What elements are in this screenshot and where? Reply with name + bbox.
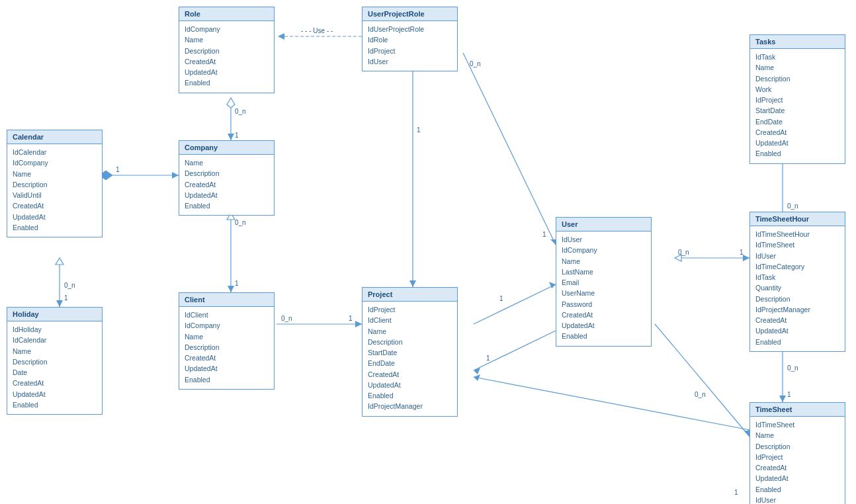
entity-timeSheetHour: TimeSheetHourIdTimeSheetHourIdTimeSheetI… [749,212,845,352]
entity-tasks-field-6: EndDate [755,116,839,127]
entity-holiday-field-6: UpdatedAt [13,389,97,399]
entity-project-title: Project [363,288,457,302]
svg-line-8 [463,53,556,245]
entity-user-field-9: Enabled [562,331,646,341]
svg-text:1: 1 [787,391,791,398]
entity-timeSheet-field-3: IdProject [755,452,839,462]
svg-text:0_n: 0_n [695,391,706,398]
diagram-container: 0_n 1 - - - Use - - 0_n 1 1 1 0_n 1 0_ [0,0,856,504]
entity-role-field-5: Enabled [185,77,269,88]
entity-project-field-0: IdProject [368,304,452,315]
entity-tasks-title: Tasks [750,35,845,49]
entity-user: UserIdUserIdCompanyNameLastNameEmailUser… [556,217,652,347]
entity-client-field-0: IdClient [185,310,269,320]
entity-holiday-field-0: IdHoliday [13,324,97,335]
svg-text:- - - Use - -: - - - Use - - [301,27,333,34]
entity-client-field-5: UpdatedAt [185,363,269,374]
entity-user-field-3: LastName [562,267,646,277]
entity-calendar: CalendarIdCalendarIdCompanyNameDescripti… [7,130,103,237]
svg-text:0_n: 0_n [678,249,689,256]
entity-timeSheetHour-field-10: Enabled [755,337,839,347]
entity-calendar-field-0: IdCalendar [13,147,97,157]
entity-client-field-6: Enabled [185,374,269,385]
entity-user-field-0: IdUser [562,234,646,245]
entity-project-field-8: Enabled [368,390,452,401]
svg-marker-26 [355,321,362,327]
entity-client: ClientIdClientIdCompanyNameDescriptionCr… [179,292,275,390]
entity-project: ProjectIdProjectIdClientNameDescriptionS… [362,287,458,417]
entity-calendar-field-5: CreatedAt [13,200,97,211]
entity-tasks: TasksIdTaskNameDescriptionWorkIdProjectS… [749,34,845,164]
entity-timeSheetHour-field-0: IdTimeSheetHour [755,229,839,239]
entity-timeSheetHour-title: TimeSheetHour [750,212,845,226]
entity-tasks-field-5: StartDate [755,105,839,116]
entity-holiday-field-7: Enabled [13,399,97,410]
entity-timeSheet-field-1: Name [755,430,839,441]
entity-role-field-1: Name [185,34,269,45]
entity-company-field-3: UpdatedAt [185,190,269,200]
svg-text:1: 1 [349,315,353,322]
entity-tasks-field-9: Enabled [755,148,839,159]
entity-project-field-6: CreatedAt [368,369,452,380]
entity-project-field-4: StartDate [368,347,452,358]
entity-holiday-field-4: Date [13,367,97,378]
entity-project-field-1: IdClient [368,315,452,325]
entity-role: RoleIdCompanyNameDescriptionCreatedAtUpd… [179,7,275,93]
entity-timeSheet-field-4: CreatedAt [755,462,839,473]
entity-tasks-field-8: UpdatedAt [755,138,839,148]
entity-userProjectRole-field-2: IdProject [368,46,452,56]
entity-userProjectRole-field-0: IdUserProjectRole [368,24,452,34]
entity-timeSheetHour-field-2: IdUser [755,251,839,261]
entity-timeSheetHour-field-3: IdTimeCategory [755,261,839,272]
svg-marker-35 [549,282,556,288]
svg-text:1: 1 [116,166,120,173]
entity-calendar-title: Calendar [7,130,102,144]
svg-text:0_n: 0_n [235,219,246,226]
entity-holiday-field-2: Name [13,346,97,357]
svg-marker-1 [227,98,235,108]
entity-project-field-7: UpdatedAt [368,380,452,390]
entity-project-field-3: Description [368,337,452,347]
entity-tasks-field-7: CreatedAt [755,127,839,138]
entity-user-field-4: Email [562,277,646,288]
svg-line-57 [474,377,749,430]
svg-text:0_n: 0_n [235,108,246,115]
svg-marker-46 [779,396,786,402]
entity-calendar-field-2: Name [13,169,97,179]
entity-user-field-7: CreatedAt [562,310,646,320]
svg-marker-14 [409,280,416,287]
entity-project-field-2: Name [368,326,452,337]
svg-text:0_n: 0_n [470,60,481,67]
svg-text:0_n: 0_n [64,282,75,289]
svg-line-53 [655,324,749,437]
entity-tasks-field-0: IdTask [755,52,839,62]
entity-user-field-1: IdCompany [562,245,646,255]
entity-timeSheet-field-2: Description [755,441,839,452]
svg-text:1: 1 [235,280,239,287]
entity-company-field-2: CreatedAt [185,179,269,190]
svg-line-36 [474,331,556,370]
entity-holiday: HolidayIdHolidayIdCalendarNameDescriptio… [7,307,103,415]
svg-text:1: 1 [499,295,503,302]
entity-project-field-9: IdProjectManager [368,401,452,411]
entity-role-field-3: CreatedAt [185,56,269,67]
entity-role-title: Role [179,7,274,21]
svg-text:1: 1 [734,489,738,496]
svg-marker-29 [56,258,64,265]
entity-userProjectRole-field-3: IdUser [368,56,452,67]
entity-timeSheetHour-field-7: IdProjectManager [755,304,839,315]
svg-text:0_n: 0_n [281,315,292,322]
entity-timeSheetHour-field-8: CreatedAt [755,315,839,325]
entity-timeSheetHour-field-4: IdTask [755,272,839,282]
svg-marker-7 [278,33,284,40]
entity-company-field-0: Name [185,157,269,168]
entity-tasks-field-2: Description [755,73,839,84]
entity-holiday-field-5: CreatedAt [13,378,97,388]
entity-client-field-1: IdCompany [185,320,269,331]
entity-company-title: Company [179,141,274,155]
svg-line-33 [474,284,556,324]
entity-tasks-field-3: Work [755,84,839,95]
entity-userProjectRole-field-1: IdRole [368,34,452,45]
connections-svg: 0_n 1 - - - Use - - 0_n 1 1 1 0_n 1 0_ [0,0,856,504]
entity-role-field-0: IdCompany [185,24,269,34]
